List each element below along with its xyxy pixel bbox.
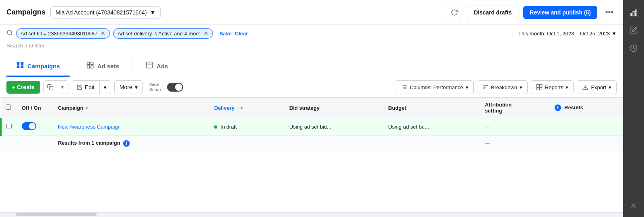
- sidebar-clock-button[interactable]: [625, 40, 642, 56]
- account-selector[interactable]: Mia Ad Account (470340821571664) ▼: [50, 6, 161, 18]
- ads-tab-icon: [145, 61, 153, 71]
- campaign-name-link[interactable]: New Awareness Campaign: [58, 124, 121, 130]
- view-setup-control: ViewSetup: [149, 82, 161, 92]
- refresh-button[interactable]: [447, 5, 462, 20]
- edit-button-group: Edit ▾: [72, 80, 111, 94]
- edit-dropdown-button[interactable]: ▾: [100, 80, 111, 94]
- svg-rect-10: [147, 62, 153, 68]
- filter-tag-adset-id: Ad set ID = 23859393493010587 ✕: [16, 28, 110, 39]
- columns-chevron-icon: ▾: [466, 84, 469, 90]
- copy-button[interactable]: [43, 80, 57, 94]
- attribution-cell: —: [480, 118, 550, 136]
- create-button[interactable]: + Create: [6, 81, 40, 94]
- breakdown-button[interactable]: Breakdown ▾: [477, 80, 528, 94]
- reports-button[interactable]: Reports ▾: [531, 80, 574, 94]
- results-cell: [550, 118, 623, 136]
- review-publish-button[interactable]: Review and publish (5): [523, 6, 597, 19]
- delivery-filter-icon: ▼: [239, 106, 244, 111]
- filter-save-button[interactable]: Save: [219, 31, 231, 37]
- campaign-toggle[interactable]: [22, 122, 36, 130]
- svg-point-0: [7, 30, 12, 35]
- filter-tag-label: Ad set ID = 23859393493010587: [21, 31, 97, 37]
- adsets-tab-label: Ad sets: [97, 63, 119, 70]
- search-filter-placeholder[interactable]: Search and filter: [6, 41, 45, 50]
- sidebar-close-button[interactable]: [625, 198, 642, 214]
- right-sidebar: [623, 0, 644, 217]
- horizontal-scrollbar[interactable]: [0, 212, 623, 217]
- ellipsis-icon: •••: [605, 8, 613, 17]
- campaigns-tab-label: Campaigns: [27, 63, 60, 70]
- summary-results: [550, 136, 623, 151]
- row-checkbox[interactable]: [6, 124, 12, 129]
- reports-chevron-icon: ▾: [566, 84, 568, 90]
- table-row: New Awareness Campaign In draft Using ad…: [1, 118, 623, 136]
- svg-line-1: [11, 34, 12, 35]
- tab-campaigns[interactable]: Campaigns: [6, 56, 70, 77]
- info-icon[interactable]: ℹ: [555, 104, 561, 111]
- reports-label: Reports: [545, 84, 564, 90]
- svg-rect-4: [17, 65, 20, 68]
- edit-button[interactable]: Edit: [72, 80, 100, 94]
- budget-cell: Using ad set bu...: [384, 118, 480, 136]
- sidebar-chart-button[interactable]: [625, 5, 642, 21]
- chart-icon: [630, 9, 638, 17]
- tab-bar: Campaigns Ad sets Ads: [0, 56, 623, 77]
- summary-attribution: —: [480, 136, 550, 151]
- toggle-on-knob: [29, 123, 35, 129]
- export-label: Export: [591, 84, 606, 90]
- th-results: ℹ Results: [550, 98, 623, 118]
- copy-icon: [47, 84, 54, 90]
- summary-info-icon[interactable]: ℹ: [123, 140, 130, 147]
- view-setup-label: ViewSetup: [149, 82, 161, 92]
- filter-tag-delivery: Ad set delivery is Active and 4 more ✕: [113, 28, 213, 39]
- filter-tag-remove-delivery[interactable]: ✕: [204, 30, 208, 37]
- clock-icon: [630, 44, 638, 52]
- svg-rect-26: [636, 10, 637, 16]
- tab-adsets[interactable]: Ad sets: [76, 56, 129, 77]
- filter-tag-remove-adset[interactable]: ✕: [101, 30, 105, 37]
- svg-rect-22: [540, 84, 542, 87]
- svg-rect-3: [21, 62, 24, 65]
- tab-ads[interactable]: Ads: [136, 56, 178, 77]
- breakdown-chevron-icon: ▾: [520, 84, 522, 90]
- account-name: Mia Ad Account (470340821571664): [56, 9, 147, 16]
- discard-drafts-button[interactable]: Discard drafts: [467, 6, 518, 19]
- svg-rect-11: [50, 86, 53, 90]
- more-options-button[interactable]: •••: [602, 5, 617, 20]
- sidebar-edit-button[interactable]: [625, 23, 642, 39]
- export-chevron-icon: ▾: [609, 84, 611, 90]
- svg-rect-24: [540, 88, 542, 90]
- svg-rect-27: [633, 12, 634, 16]
- th-delivery[interactable]: Delivery ↑ ▼: [209, 98, 285, 118]
- delivery-status-text: In draft: [221, 124, 237, 130]
- th-attribution: Attributionsetting: [480, 98, 550, 118]
- adsets-tab-icon: [86, 61, 94, 71]
- delivery-sort-icon: ↑: [236, 106, 238, 111]
- export-icon: [582, 84, 588, 90]
- th-campaign[interactable]: Campaign ▼: [53, 98, 209, 118]
- svg-rect-2: [17, 62, 20, 65]
- date-range-label: This month: Oct 1, 2023 – Oct 25, 2023: [518, 31, 610, 37]
- chevron-down-icon: ▼: [150, 9, 156, 16]
- th-offon: Off / On: [17, 98, 53, 118]
- campaign-filter-icon: ▼: [85, 106, 89, 111]
- more-button[interactable]: More ▾: [114, 80, 143, 94]
- copy-dropdown-button[interactable]: ▾: [57, 80, 68, 94]
- columns-icon: [401, 84, 407, 90]
- export-button[interactable]: Export ▾: [577, 80, 617, 94]
- chevron-down-icon: ▼: [611, 31, 617, 37]
- scroll-thumb[interactable]: [16, 213, 97, 216]
- svg-rect-6: [87, 62, 89, 64]
- svg-rect-28: [630, 13, 632, 16]
- date-range-selector[interactable]: This month: Oct 1, 2023 – Oct 25, 2023 ▼: [518, 31, 617, 37]
- svg-rect-9: [91, 66, 93, 68]
- select-all-checkbox[interactable]: [6, 104, 11, 110]
- campaigns-table: Off / On Campaign ▼ Delivery ↑ ▼ Bid str…: [0, 98, 623, 212]
- view-setup-toggle[interactable]: [167, 83, 183, 92]
- columns-button[interactable]: Columns: Performance ▾: [396, 80, 474, 94]
- ads-tab-label: Ads: [157, 63, 168, 70]
- svg-rect-5: [21, 65, 24, 68]
- edit-label: Edit: [85, 84, 95, 90]
- bid-strategy-cell: Using ad set bid...: [285, 118, 384, 136]
- filter-clear-button[interactable]: Clear: [235, 31, 248, 37]
